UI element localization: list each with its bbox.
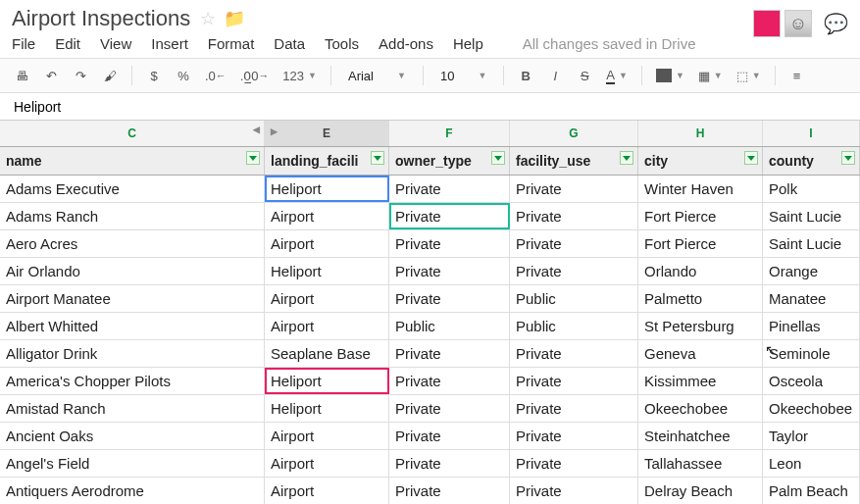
cell[interactable]: Heliport: [265, 176, 389, 202]
italic-button[interactable]: I: [543, 64, 567, 87]
avatar[interactable]: [753, 10, 781, 37]
header-cell-name[interactable]: name: [0, 147, 265, 175]
cell[interactable]: Private: [510, 450, 638, 477]
cell[interactable]: Airport: [265, 230, 389, 257]
strikethrough-button[interactable]: S: [573, 64, 596, 87]
cell[interactable]: Fort Pierce: [638, 203, 763, 229]
cell[interactable]: St Petersburg: [638, 313, 763, 339]
cell[interactable]: Private: [389, 368, 510, 394]
filter-icon[interactable]: [841, 151, 855, 165]
undo-icon[interactable]: ↶: [39, 64, 63, 87]
cell[interactable]: Seminole↖: [763, 340, 860, 367]
cell[interactable]: Private: [510, 395, 638, 422]
print-icon[interactable]: 🖶: [10, 64, 33, 87]
text-color-button[interactable]: A▼: [602, 64, 632, 87]
merge-cells-button[interactable]: ⬚▼: [733, 64, 765, 87]
comments-icon[interactable]: 💬: [824, 12, 848, 35]
cell[interactable]: Polk: [763, 176, 860, 202]
header-cell-city[interactable]: city: [638, 147, 763, 175]
cell[interactable]: Private: [389, 258, 510, 284]
font-family-select[interactable]: Arial▼: [341, 66, 413, 86]
column-header-h[interactable]: H: [638, 121, 763, 146]
cell[interactable]: Private: [510, 478, 638, 504]
format-percent-button[interactable]: %: [172, 64, 195, 87]
cell[interactable]: Private: [510, 203, 638, 229]
cell[interactable]: Palmetto: [638, 285, 763, 312]
cell[interactable]: Air Orlando: [0, 258, 265, 284]
menu-help[interactable]: Help: [453, 35, 483, 52]
fill-color-button[interactable]: ▼: [652, 64, 688, 87]
filter-icon[interactable]: [620, 151, 633, 165]
cell[interactable]: Manatee: [763, 285, 860, 312]
star-icon[interactable]: ☆: [200, 8, 216, 29]
cell[interactable]: Private: [389, 176, 510, 202]
cell[interactable]: Geneva: [638, 340, 763, 367]
cell[interactable]: Private: [389, 230, 510, 257]
cell[interactable]: Pinellas: [763, 313, 860, 339]
cell[interactable]: Airport: [265, 478, 389, 504]
cell[interactable]: Airport: [265, 450, 389, 477]
column-header-g[interactable]: G: [510, 121, 638, 146]
folder-icon[interactable]: 📁: [224, 8, 245, 29]
cell[interactable]: Airport: [265, 313, 389, 339]
cell[interactable]: Ancient Oaks: [0, 423, 265, 449]
cell[interactable]: Saint Lucie: [763, 230, 860, 257]
show-hidden-columns-icon[interactable]: ◀: [253, 125, 260, 134]
cell[interactable]: Airport Manatee: [0, 285, 265, 312]
cell[interactable]: Adams Executive: [0, 176, 265, 202]
header-cell-facility[interactable]: facility_use: [510, 147, 638, 175]
cell[interactable]: Orange: [763, 258, 860, 284]
column-header-e[interactable]: ▶E: [265, 121, 389, 146]
cell[interactable]: America's Chopper Pilots: [0, 368, 265, 394]
document-title[interactable]: Airport Inspections: [12, 6, 190, 31]
menu-addons[interactable]: Add-ons: [379, 35, 433, 52]
paint-format-icon[interactable]: 🖌: [98, 64, 122, 87]
menu-insert[interactable]: Insert: [151, 35, 188, 52]
cell[interactable]: Private: [510, 258, 638, 284]
menu-format[interactable]: Format: [208, 35, 255, 52]
cell[interactable]: Delray Beach: [638, 478, 763, 504]
header-cell-county[interactable]: county: [763, 147, 860, 175]
cell[interactable]: Private: [510, 230, 638, 257]
filter-icon[interactable]: [491, 151, 505, 165]
horizontal-align-button[interactable]: ≡: [785, 64, 809, 87]
redo-icon[interactable]: ↷: [69, 64, 92, 87]
avatar[interactable]: ☺: [784, 10, 812, 37]
cell[interactable]: Antiquers Aerodrome: [0, 478, 265, 504]
cell[interactable]: Taylor: [763, 423, 860, 449]
filter-icon[interactable]: [371, 151, 384, 165]
cell[interactable]: Public: [389, 313, 510, 339]
cell[interactable]: Alligator Drink: [0, 340, 265, 367]
cell[interactable]: Okeechobee: [638, 395, 763, 422]
cell[interactable]: Fort Pierce: [638, 230, 763, 257]
cell[interactable]: Private: [389, 450, 510, 477]
cell[interactable]: Orlando: [638, 258, 763, 284]
bold-button[interactable]: B: [514, 64, 537, 87]
cell[interactable]: Public: [510, 285, 638, 312]
formula-input[interactable]: [10, 97, 850, 117]
menu-edit[interactable]: Edit: [55, 35, 80, 52]
format-currency-button[interactable]: $: [142, 64, 166, 87]
cell[interactable]: Heliport: [265, 395, 389, 422]
cell[interactable]: Private: [510, 340, 638, 367]
cell[interactable]: Private: [389, 423, 510, 449]
cell[interactable]: Private: [389, 478, 510, 504]
cell[interactable]: Winter Haven: [638, 176, 763, 202]
cell[interactable]: Private: [389, 285, 510, 312]
cell[interactable]: Private: [389, 340, 510, 367]
column-header-i[interactable]: I: [763, 121, 860, 146]
cell[interactable]: Seaplane Base: [265, 340, 389, 367]
cell[interactable]: Heliport: [265, 258, 389, 284]
decrease-decimal-button[interactable]: .0←: [201, 64, 230, 87]
cell[interactable]: Private: [389, 203, 510, 229]
number-format-button[interactable]: 123▼: [278, 64, 321, 87]
menu-view[interactable]: View: [100, 35, 131, 52]
font-size-select[interactable]: 10▼: [433, 66, 493, 86]
cell[interactable]: Private: [510, 423, 638, 449]
show-hidden-columns-icon[interactable]: ▶: [271, 126, 278, 136]
cell[interactable]: Tallahassee: [638, 450, 763, 477]
column-header-f[interactable]: F: [389, 121, 510, 146]
increase-decimal-button[interactable]: .0̲0→: [236, 64, 274, 87]
cell[interactable]: Okeechobee: [763, 395, 860, 422]
column-header-c[interactable]: C◀: [0, 121, 265, 146]
